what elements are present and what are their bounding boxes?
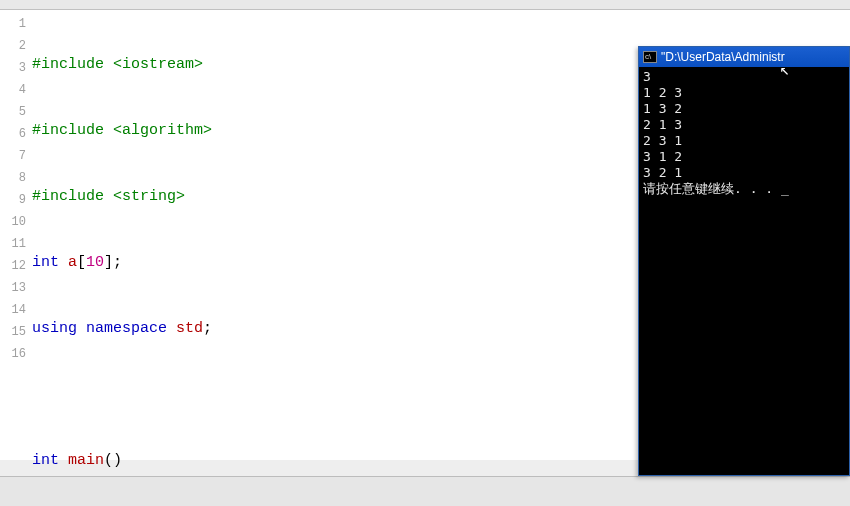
line-number-gutter: 1 2 3 4 5 6 7 8 9 10 11 12 13 14 15 16 — [0, 10, 32, 460]
line-number: 15 — [0, 321, 26, 343]
line-number: 1 — [0, 13, 26, 35]
line-number: 16 — [0, 343, 26, 365]
preprocessor: #include <algorithm> — [32, 122, 212, 139]
line-number: 5 — [0, 101, 26, 123]
line-number: 3 — [0, 57, 26, 79]
status-bar — [0, 476, 850, 506]
preprocessor: #include <string> — [32, 188, 185, 205]
console-title-text: "D:\UserData\Administr — [661, 47, 785, 67]
console-output[interactable]: 3 1 2 3 1 3 2 2 1 3 2 3 1 3 1 2 3 2 1 请按… — [639, 67, 849, 475]
line-number: 7 — [0, 145, 26, 167]
line-number: 14 — [0, 299, 26, 321]
editor-toolbar — [0, 0, 850, 10]
line-number: 2 — [0, 35, 26, 57]
line-number: 10 — [0, 211, 26, 233]
line-number: 4 — [0, 79, 26, 101]
preprocessor: #include <iostream> — [32, 56, 203, 73]
line-number: 11 — [0, 233, 26, 255]
line-number: 6 — [0, 123, 26, 145]
line-number: 9 — [0, 189, 26, 211]
line-number: 8 — [0, 167, 26, 189]
cmd-icon: c\ — [643, 51, 657, 63]
line-number: 12 — [0, 255, 26, 277]
console-window[interactable]: c\ "D:\UserData\Administr 3 1 2 3 1 3 2 … — [638, 46, 850, 476]
line-number: 13 — [0, 277, 26, 299]
console-titlebar[interactable]: c\ "D:\UserData\Administr — [639, 47, 849, 67]
